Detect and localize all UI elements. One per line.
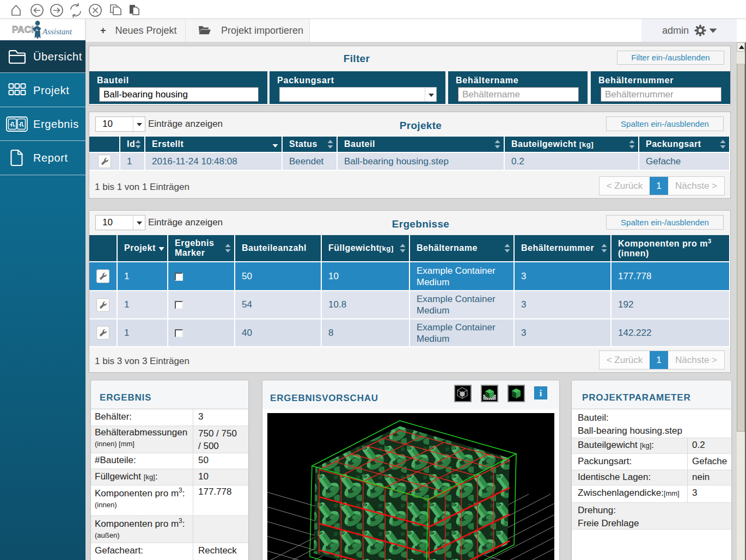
svg-text:Assistant: Assistant [42,27,72,36]
